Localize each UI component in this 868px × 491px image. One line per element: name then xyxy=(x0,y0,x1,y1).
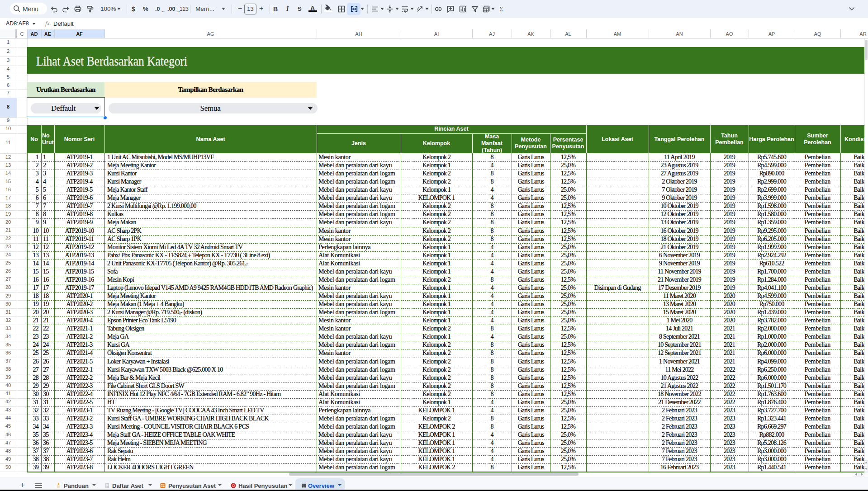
svg-text:A: A xyxy=(417,6,420,11)
